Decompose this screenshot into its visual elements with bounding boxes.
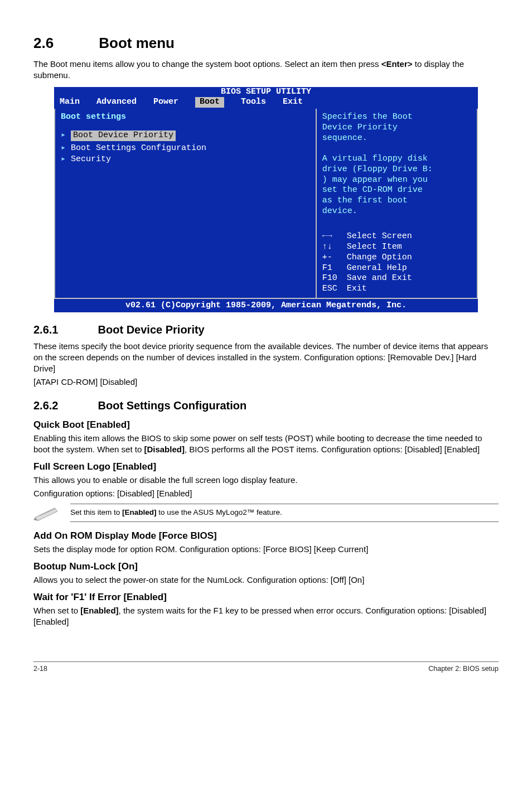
bios-fn-key-row: F1General Help — [322, 263, 471, 274]
chapter-label: Chapter 2: BIOS setup — [428, 664, 499, 674]
bios-menu-item-label: Boot Settings Configuration — [71, 143, 206, 153]
note-row: Set this item to [Enabled] to use the AS… — [33, 504, 499, 521]
bios-help-line: drive (Floppy Drive B: — [322, 165, 471, 175]
note-pre: Set this item to — [70, 508, 122, 516]
add-on-rom-heading: Add On ROM Display Mode [Force BIOS] — [33, 530, 499, 543]
bios-help-line: device. — [322, 206, 471, 217]
bios-footer: v02.61 (C)Copyright 1985-2009, American … — [54, 299, 478, 312]
quick-boot-bold: [Disabled] — [144, 445, 185, 454]
bios-tab-boot[interactable]: Boot — [195, 97, 224, 108]
bios-tab-tools[interactable]: Tools — [241, 97, 266, 108]
bios-fn-key-row: ↑↓Select Item — [322, 242, 471, 253]
full-screen-logo-p2: Configuration options: [Disabled] [Enabl… — [33, 488, 499, 499]
bios-help-line: A virtual floppy disk — [322, 154, 471, 165]
bios-menu-item-label: Security — [71, 154, 111, 164]
numlock-heading: Bootup Num-Lock [On] — [33, 561, 499, 573]
page-number: 2-18 — [33, 664, 47, 674]
submenu-arrow-icon: ▸ — [61, 143, 71, 154]
bios-help-line: sequence. — [322, 133, 471, 144]
sub261-p1: These items specify the boot device prio… — [33, 341, 499, 375]
bios-help-text: Specifies the BootDevice Prioritysequenc… — [322, 112, 471, 217]
bios-tab-power[interactable]: Power — [153, 97, 178, 108]
bios-fn-key-row: ←→Select Screen — [322, 231, 471, 242]
submenu-arrow-icon: ▸ — [61, 131, 71, 141]
bios-fn-key: F1 — [322, 263, 347, 274]
quick-boot-post: , BIOS performs all the POST items. Conf… — [185, 445, 480, 454]
sub261-p2: [ATAPI CD-ROM] [Disabled] — [33, 376, 499, 388]
sub-number-261: 2.6.1 — [33, 322, 95, 337]
wait-f1-pre: When set to — [33, 606, 80, 615]
svg-marker-0 — [35, 508, 57, 520]
sub-heading-262: 2.6.2 Boot Settings Configuration — [33, 398, 499, 413]
intro-pre: The Boot menu items allow you to change … — [33, 59, 381, 69]
sub-number-262: 2.6.2 — [33, 398, 95, 413]
sub-heading-261: 2.6.1 Boot Device Priority — [33, 322, 499, 337]
bios-fn-key-row: F10Save and Exit — [322, 273, 471, 284]
quick-boot-text: Enabling this item allows the BIOS to sk… — [33, 433, 499, 456]
pencil-icon — [33, 505, 59, 521]
wait-f1-heading: Wait for 'F1' If Error [Enabled] — [33, 591, 499, 604]
bios-help-line: ) may appear when you — [322, 175, 471, 186]
bios-fn-key: +- — [322, 253, 347, 263]
bios-fn-desc: Select Screen — [347, 231, 412, 241]
bios-tab-bar: MainAdvancedPowerBootToolsExit — [54, 97, 478, 109]
wait-f1-text: When set to [Enabled], the system waits … — [33, 605, 499, 628]
bios-fn-key-row: +-Change Option — [322, 253, 471, 263]
wait-f1-bold: [Enabled] — [80, 606, 118, 615]
bios-fn-keys: ←→Select Screen↑↓Select Item+-Change Opt… — [322, 221, 471, 294]
note-post: to use the ASUS MyLogo2™ feature. — [157, 508, 282, 516]
full-screen-logo-heading: Full Screen Logo [Enabled] — [33, 461, 499, 474]
bios-fn-desc: Change Option — [347, 253, 412, 262]
full-screen-logo-p1: This allows you to enable or disable the… — [33, 475, 499, 486]
numlock-text: Allows you to select the power-on state … — [33, 574, 499, 586]
bios-menu-item-label: Boot Device Priority — [71, 131, 176, 141]
bios-fn-desc: Save and Exit — [347, 273, 412, 283]
bios-right-panel: Specifies the BootDevice Prioritysequenc… — [317, 109, 477, 298]
bios-tab-exit[interactable]: Exit — [283, 97, 303, 108]
add-on-rom-text: Sets the display mode for option ROM. Co… — [33, 544, 499, 555]
bios-help-line: as the first boot — [322, 196, 471, 206]
bios-fn-desc: General Help — [347, 263, 407, 273]
bios-left-panel: Boot settings ▸Boot Device Priority▸Boot… — [55, 109, 317, 298]
bios-fn-key: ←→ — [322, 231, 347, 242]
bios-fn-key-row: ESCExit — [322, 284, 471, 294]
section-heading: 2.6 Boot menu — [33, 33, 499, 53]
bios-tab-main[interactable]: Main — [60, 97, 80, 108]
bios-fn-desc: Exit — [347, 284, 367, 293]
bios-screen: BIOS SETUP UTILITY MainAdvancedPowerBoot… — [54, 87, 478, 312]
note-bold: [Enabled] — [122, 508, 157, 516]
bios-help-line: set the CD-ROM drive — [322, 185, 471, 196]
bios-help-line — [322, 143, 471, 154]
quick-boot-heading: Quick Boot [Enabled] — [33, 419, 499, 432]
section-intro: The Boot menu items allow you to change … — [33, 59, 499, 81]
section-number: 2.6 — [33, 33, 95, 53]
note-text: Set this item to [Enabled] to use the AS… — [70, 504, 499, 521]
bios-panel-title: Boot settings — [61, 112, 310, 123]
bios-fn-key: F10 — [322, 273, 347, 284]
bios-fn-key: ESC — [322, 284, 347, 294]
page-footer: 2-18 Chapter 2: BIOS setup — [33, 661, 499, 674]
intro-bold: <Enter> — [381, 59, 413, 69]
sub-title-262: Boot Settings Configuration — [98, 399, 247, 412]
bios-tab-advanced[interactable]: Advanced — [96, 97, 137, 108]
submenu-arrow-icon: ▸ — [61, 154, 71, 165]
bios-fn-key: ↑↓ — [322, 242, 347, 253]
bios-help-line: Device Priority — [322, 123, 471, 133]
sub-title-261: Boot Device Priority — [98, 323, 205, 336]
bios-fn-desc: Select Item — [347, 242, 402, 252]
bios-title: BIOS SETUP UTILITY — [54, 87, 478, 98]
bios-help-line: Specifies the Boot — [322, 112, 471, 123]
bios-body: Boot settings ▸Boot Device Priority▸Boot… — [54, 109, 478, 299]
section-title-text: Boot menu — [99, 35, 175, 51]
